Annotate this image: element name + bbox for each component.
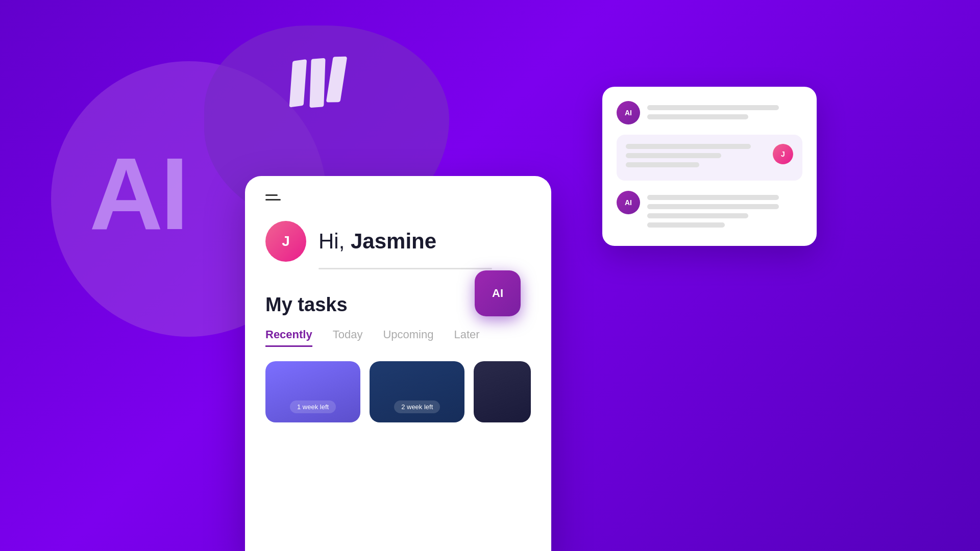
chat-ai-second-lines (647, 191, 802, 232)
chat-ai-avatar-2: AI (617, 191, 640, 214)
chat-row-ai-second: AI (617, 191, 802, 232)
user-avatar-large: J (265, 221, 306, 262)
resp-line-3 (626, 162, 699, 167)
chat-user-avatar: J (773, 144, 793, 164)
task-card-2[interactable]: 2 week left (370, 361, 464, 422)
chat-row-ai-send: AI (617, 101, 802, 124)
hamburger-line-2 (265, 199, 281, 201)
tab-upcoming[interactable]: Upcoming (383, 328, 433, 347)
book-stack-icon (289, 57, 346, 110)
tab-later[interactable]: Later (454, 328, 479, 347)
greeting-underline (318, 268, 492, 269)
task-badge-1: 1 week left (290, 400, 336, 413)
chat-line-2 (647, 114, 748, 119)
book-page-2 (309, 58, 325, 108)
resp-line-1 (626, 144, 751, 149)
chat-card: AI J AI (602, 87, 817, 246)
app-card: J Hi, Jasmine My tasks Recently Today Up… (245, 176, 551, 551)
chat-response-row: J (617, 135, 802, 181)
task-badge-2: 2 week left (394, 400, 440, 413)
greeting-prefix: Hi, (318, 229, 351, 253)
ai-float-button[interactable]: AI (475, 270, 521, 316)
resp-line-2 (626, 153, 721, 158)
ai2-line-1 (647, 195, 779, 200)
book-page-1 (289, 59, 307, 108)
chat-ai-message-lines (647, 101, 802, 123)
chat-response-lines (626, 144, 773, 171)
greeting-text: Hi, Jasmine (318, 229, 436, 254)
greeting-name: Jasmine (351, 229, 436, 253)
tasks-tabs: Recently Today Upcoming Later (265, 328, 531, 347)
hamburger-line-1 (265, 194, 278, 196)
task-cards-row: 1 week left 2 week left (265, 361, 531, 422)
task-card-3[interactable] (474, 361, 531, 422)
ai2-line-3 (647, 213, 748, 218)
hamburger-menu-icon[interactable] (265, 194, 531, 201)
hero-ai-text: AI (89, 143, 186, 245)
user-avatar-img: J (773, 144, 793, 164)
greeting-row: J Hi, Jasmine (265, 221, 531, 262)
task-card-1[interactable]: 1 week left (265, 361, 360, 422)
chat-line-1 (647, 105, 779, 110)
tab-today[interactable]: Today (333, 328, 363, 347)
tab-recently[interactable]: Recently (265, 328, 312, 347)
ai2-line-4 (647, 222, 725, 228)
ai2-line-2 (647, 204, 779, 209)
chat-ai-avatar-1: AI (617, 101, 640, 124)
